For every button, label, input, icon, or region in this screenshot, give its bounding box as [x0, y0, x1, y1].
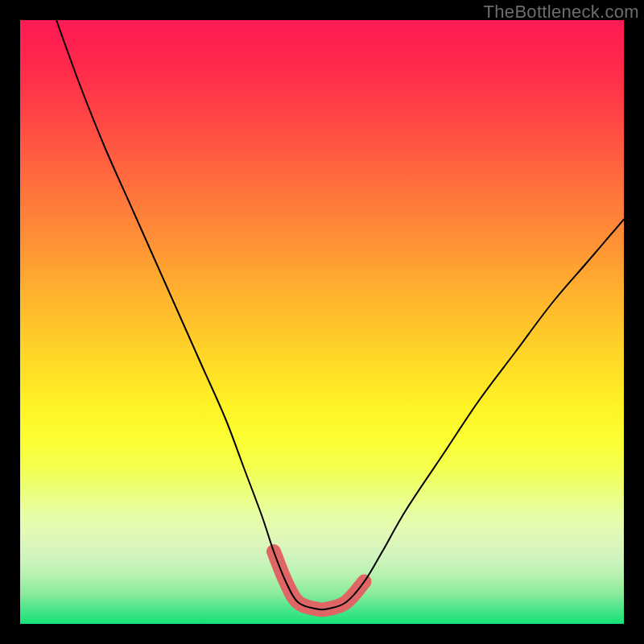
- optimal-zone-highlight: [274, 551, 365, 609]
- gradient-plot-area: [20, 20, 624, 624]
- bottleneck-curve: [56, 20, 624, 609]
- chart-frame: TheBottleneck.com: [0, 0, 644, 644]
- curve-svg: [20, 20, 624, 624]
